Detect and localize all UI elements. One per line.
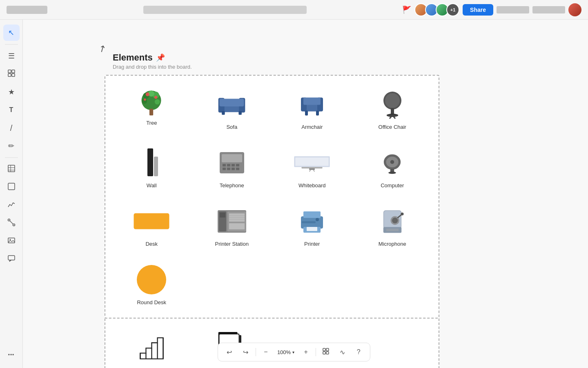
element-office-chair[interactable]: Office Chair (354, 84, 431, 134)
svg-rect-35 (305, 110, 308, 115)
elements-panel: Elements 📌 Drag and drop this into the b… (105, 52, 439, 360)
fit-view-button[interactable] (319, 346, 332, 359)
wall-label: Wall (147, 182, 157, 188)
canvas-area[interactable]: ↗ Elements 📌 Drag and drop this into the… (23, 20, 588, 368)
svg-rect-71 (220, 213, 225, 218)
svg-rect-34 (303, 97, 321, 105)
wall-icon (133, 146, 170, 179)
element-round-desk[interactable]: Round Desk (114, 259, 190, 310)
text-icon: T (9, 106, 13, 114)
sidebar-item-notes[interactable]: ☰ (3, 48, 20, 64)
whiteboard-label: Whiteboard (298, 182, 325, 188)
svg-rect-79 (303, 211, 321, 218)
sidebar-item-select[interactable]: ↖ (3, 25, 20, 41)
svg-rect-45 (147, 148, 153, 176)
microphone-label: Microphone (379, 241, 406, 247)
element-computer[interactable]: Computer (354, 142, 431, 193)
panel-title-area: Elements 📌 Drag and drop this into the b… (105, 52, 439, 70)
element-stairs[interactable] (114, 327, 190, 368)
undo-button[interactable]: ↩ (223, 346, 236, 359)
topbar: 🚩 +1 Share (0, 0, 588, 20)
svg-rect-3 (12, 74, 15, 76)
svg-point-93 (137, 265, 166, 294)
zoom-out-button[interactable]: − (259, 346, 272, 359)
svg-rect-52 (236, 164, 239, 166)
element-printer[interactable]: Printer (274, 201, 350, 251)
svg-point-20 (155, 99, 160, 104)
sidebar-item-sticky[interactable] (3, 179, 20, 195)
topbar-center (143, 6, 307, 14)
round-desk-label: Round Desk (137, 299, 166, 305)
sidebar-item-chart[interactable] (3, 197, 20, 213)
element-wall[interactable]: Wall (114, 142, 190, 193)
office-chair-label: Office Chair (379, 124, 406, 130)
office-chair-icon (374, 88, 411, 121)
element-sofa[interactable]: Sofa (194, 84, 270, 134)
topbar-left (7, 6, 47, 14)
svg-rect-46 (154, 157, 158, 176)
element-desk[interactable]: Desk (114, 201, 190, 251)
bottom-toolbar: ↩ ↪ − 100% ▾ + ∿ ? (218, 343, 370, 361)
svg-rect-105 (323, 352, 325, 354)
element-printer-station[interactable]: Printer Station (194, 201, 270, 251)
svg-rect-1 (12, 70, 15, 73)
zoom-out-icon: − (264, 348, 267, 356)
svg-rect-90 (383, 227, 401, 233)
desk-icon (133, 205, 170, 238)
share-button[interactable]: Share (463, 4, 493, 16)
svg-line-11 (10, 221, 13, 224)
sidebar-item-shapes[interactable] (3, 66, 20, 82)
svg-rect-83 (302, 221, 316, 223)
sidebar-item-line[interactable]: / (3, 120, 20, 136)
desk-label: Desk (145, 241, 158, 247)
computer-icon (374, 146, 411, 179)
select-icon: ↖ (8, 28, 14, 37)
svg-rect-103 (323, 348, 325, 351)
element-tree[interactable]: Tree (114, 84, 190, 134)
chevron-down-icon: ▾ (292, 350, 294, 355)
sidebar-item-more[interactable]: ••• (3, 347, 20, 363)
svg-rect-29 (222, 111, 225, 114)
svg-rect-51 (232, 164, 235, 166)
svg-point-66 (388, 171, 396, 174)
sidebar-item-connector[interactable] (3, 215, 20, 231)
svg-rect-39 (391, 108, 394, 114)
telephone-icon (214, 146, 250, 179)
sidebar-item-stars[interactable]: ★ (3, 84, 20, 100)
sidebar-item-text[interactable]: T (3, 102, 20, 118)
extra-users-badge: +1 (446, 3, 459, 16)
zoom-in-button[interactable]: + (299, 346, 312, 359)
element-armchair[interactable]: Armchair (274, 84, 350, 134)
svg-rect-36 (316, 110, 319, 115)
current-user-avatar[interactable] (568, 3, 581, 16)
svg-rect-49 (223, 164, 226, 166)
svg-rect-81 (307, 227, 317, 231)
redo-button[interactable]: ↪ (239, 346, 252, 359)
telephone-label: Telephone (220, 182, 244, 188)
sticky-icon (7, 182, 16, 193)
document-title-bar[interactable] (143, 6, 307, 14)
computer-label: Computer (381, 182, 404, 188)
canvas-background[interactable]: ↗ Elements 📌 Drag and drop this into the… (23, 20, 588, 368)
svg-rect-55 (232, 168, 235, 170)
svg-rect-8 (8, 183, 15, 190)
sidebar-item-pen[interactable]: ✏ (3, 138, 20, 154)
sidebar-divider-2 (5, 157, 18, 158)
pen-icon: ✏ (8, 141, 14, 150)
sidebar-item-comment[interactable] (3, 251, 20, 267)
sidebar-item-table[interactable] (3, 161, 20, 177)
redo-icon: ↪ (243, 348, 248, 356)
svg-rect-14 (8, 256, 15, 260)
help-button[interactable]: ? (352, 346, 365, 359)
zoom-level-display[interactable]: 100% ▾ (276, 349, 296, 355)
printer-station-label: Printer Station (215, 241, 249, 247)
element-microphone[interactable]: Microphone (354, 201, 431, 251)
svg-rect-50 (227, 164, 230, 166)
svg-rect-30 (239, 111, 242, 114)
element-whiteboard[interactable]: Whiteboard (274, 142, 350, 193)
zoom-in-icon: + (304, 348, 307, 356)
sidebar-item-image[interactable] (3, 233, 20, 249)
svg-rect-48 (222, 154, 242, 162)
wave-button[interactable]: ∿ (336, 346, 349, 359)
element-telephone[interactable]: Telephone (194, 142, 270, 193)
